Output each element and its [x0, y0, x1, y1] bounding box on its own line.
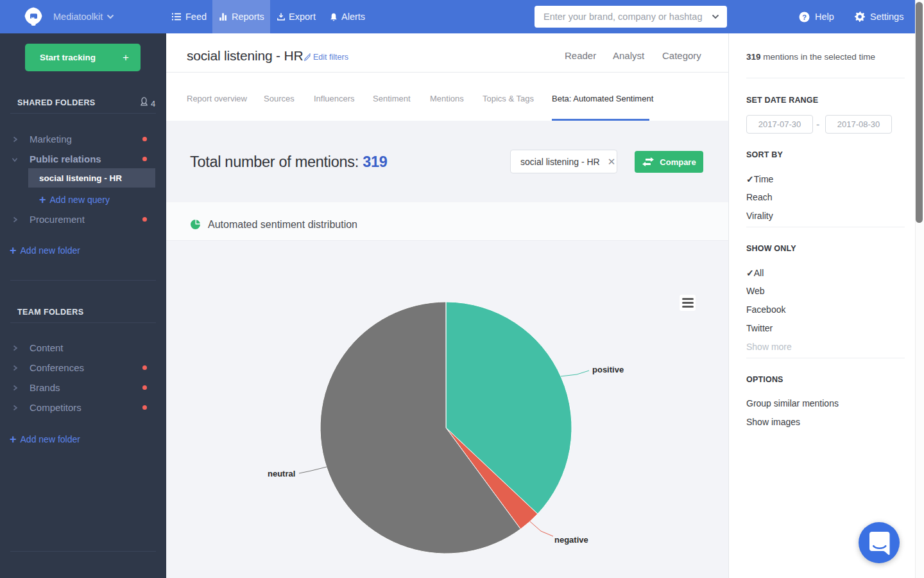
svg-text:?: ?: [802, 13, 807, 21]
